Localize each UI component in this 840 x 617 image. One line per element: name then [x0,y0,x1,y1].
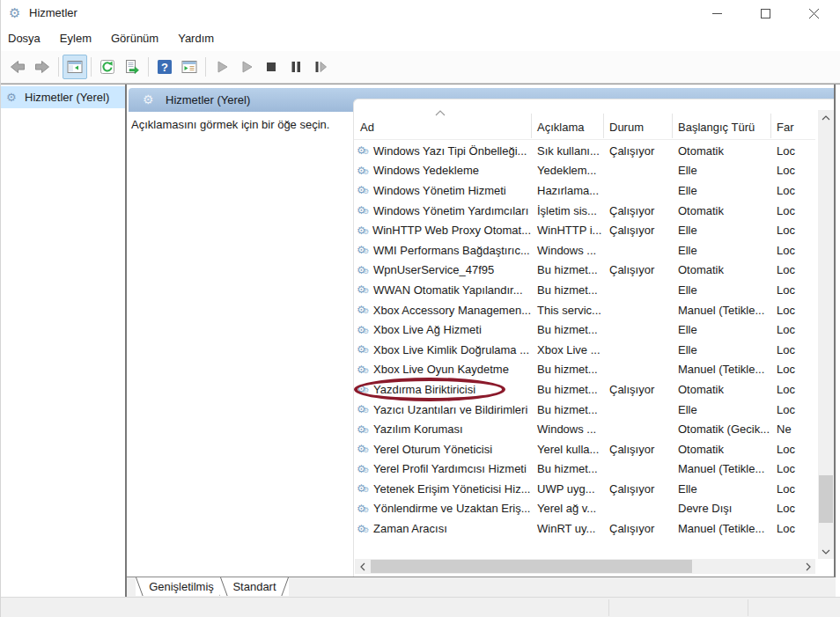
refresh-button[interactable] [95,55,120,79]
service-name-cell: ⚙⚙Yazılım Koruması [354,422,531,436]
help-icon: ? [156,58,173,76]
service-description: UWP uyg... [531,482,603,496]
service-name-cell: ⚙⚙WWAN Otomatik Yapılandır... [354,283,531,297]
column-header-startup[interactable]: Başlangıç Türü [678,121,755,134]
service-name: Xbox Live Ağ Hizmeti [373,323,482,336]
service-status: Çalışıyor [603,443,672,456]
column-header-status[interactable]: Durum [609,121,644,134]
start-service-button[interactable] [210,55,234,79]
table-row[interactable]: ⚙⚙Windows YedeklemeYedeklem...ElleLoc [354,161,815,181]
pause-service-icon [287,58,305,76]
service-logon-as: Loc [770,383,815,396]
service-description: Bu hizmet... [531,403,603,416]
service-startup-type: Elle [672,164,770,177]
service-name: Yerel Oturum Yöneticisi [373,443,492,456]
workspace: ⚙ Hizmetler (Yerel) ⚙ Hizmetler (Yerel) … [1,84,840,597]
table-row[interactable]: ⚙⚙Yazdırma BiriktiricisiBu hizmet...Çalı… [354,379,815,400]
service-logon-as: Loc [770,144,815,158]
service-description: Windows ... [531,422,603,436]
column-divider[interactable] [603,114,604,138]
service-gear-icon: ⚙⚙ [357,443,370,455]
menu-view[interactable]: Görünüm [101,27,168,50]
column-header-description[interactable]: Açıklama [537,121,584,134]
menu-help[interactable]: Yardım [168,27,224,50]
table-row[interactable]: ⚙⚙Xbox Live Kimlik Doğrulama ...Xbox Liv… [354,340,815,360]
column-header-name[interactable]: Ad [360,121,374,134]
tab-standard[interactable]: Standart [220,577,289,596]
horizontal-scroll-thumb[interactable] [371,560,692,573]
sort-ascending-icon [435,110,446,116]
table-row[interactable]: ⚙⚙Windows Yönetim HizmetiHazırlama...Ell… [354,180,815,201]
table-row[interactable]: ⚙⚙Yetenek Erişim Yöneticisi Hiz...UWP uy… [354,479,815,499]
sidebar-item-services-local[interactable]: ⚙ Hizmetler (Yerel) [1,86,125,108]
vertical-scrollbar[interactable] [818,110,834,559]
column-divider[interactable] [770,114,771,138]
pause-service-button[interactable] [284,55,308,79]
column-divider[interactable] [531,114,532,138]
toolbar: ? [1,51,840,84]
service-description: WinRT uy... [531,522,603,535]
table-row[interactable]: ⚙⚙Yerel Profil Yardımcısı HizmetiBu hizm… [354,459,815,480]
service-logon-as: Loc [770,224,815,237]
scroll-down-button[interactable] [818,544,834,559]
back-button[interactable] [5,55,30,79]
table-row[interactable]: ⚙⚙Windows Yönetim Yardımcılarıİşletim si… [354,201,815,221]
forward-button[interactable] [30,55,55,79]
table-row[interactable]: ⚙⚙Yazılım KorumasıWindows ...Otomatik (G… [354,419,815,439]
service-startup-type: Elle [672,283,770,297]
table-row[interactable]: ⚙⚙Zaman AracısıWinRT uy...ÇalışıyorManue… [354,518,815,539]
help-button[interactable]: ? [152,55,177,79]
table-row[interactable]: ⚙⚙Yerel Oturum YöneticisiYerel kulla...Ç… [354,439,815,459]
table-row[interactable]: ⚙⚙Xbox Live Oyun KaydetmeBu hizmet...Man… [354,360,815,380]
service-gear-icon: ⚙⚙ [357,523,370,535]
maximize-button[interactable] [745,0,785,26]
column-header-logon[interactable]: Far [777,121,794,134]
service-name: WinHTTP Web Proxy Otomat... [372,224,531,237]
service-logon-as: Ne [770,422,815,436]
scroll-up-button[interactable] [818,110,834,125]
resume-service-icon [238,58,255,76]
column-divider[interactable] [672,114,673,138]
table-row[interactable]: ⚙⚙Yazıcı Uzantıları ve BildirimleriBu hi… [354,400,815,420]
pane-title: Hizmetler (Yerel) [166,93,250,107]
service-name: Yazdırma Biriktiricisi [373,383,475,396]
minimize-button[interactable] [696,0,737,26]
restart-service-button[interactable] [308,55,333,79]
service-logon-as: Loc [770,204,815,217]
app-gear-icon: ⚙ [9,5,20,21]
table-row[interactable]: ⚙⚙WMI Performans Bağdaştırıc...Windows .… [354,240,815,261]
scroll-right-button[interactable] [800,559,815,574]
tab-extended[interactable]: Genişletilmiş [136,577,227,596]
vertical-scroll-thumb[interactable] [819,475,833,523]
forward-arrow-icon [33,58,51,76]
table-row[interactable]: ⚙⚙WinHTTP Web Proxy Otomat...WinHTTP i..… [354,220,815,240]
scroll-left-button[interactable] [355,559,370,574]
stop-service-button[interactable] [259,55,284,79]
service-status: Çalışıyor [603,522,672,535]
service-startup-type: Devre Dışı [672,502,770,515]
service-name-cell: ⚙⚙Yerel Profil Yardımcısı Hizmeti [354,462,531,475]
table-row[interactable]: ⚙⚙WWAN Otomatik Yapılandır...Bu hizmet..… [354,280,815,300]
menu-file[interactable]: Dosya [1,27,50,50]
service-logon-as: Loc [770,164,815,177]
table-row[interactable]: ⚙⚙Xbox Live Ağ HizmetiBu hizmet...ElleLo… [354,320,815,340]
action-pane-button[interactable] [177,55,202,79]
service-gear-icon: ⚙⚙ [357,304,370,316]
table-row[interactable]: ⚙⚙Xbox Accessory Managemen...This servic… [354,300,815,320]
tab-standard-label: Standart [232,580,276,593]
table-row[interactable]: ⚙⚙WpnUserService_47f95Bu hizmet...Çalışı… [354,261,815,281]
service-gear-icon: ⚙⚙ [357,264,370,276]
resume-service-button[interactable] [234,55,259,79]
chevron-left-icon [360,562,365,571]
service-name: Yazılım Koruması [373,422,463,436]
console-tree-button[interactable] [63,55,87,79]
export-list-button[interactable] [120,55,144,79]
table-row[interactable]: ⚙⚙Windows Yazı Tipi Önbelleği...Sık kull… [354,141,815,161]
service-name: Yönlendirme ve Uzaktan Eriş... [373,502,530,515]
close-button[interactable] [793,0,834,26]
service-startup-type: Elle [672,244,770,257]
horizontal-scrollbar[interactable] [355,559,815,574]
menu-action[interactable]: Eylem [50,27,101,50]
statusbar-divider [608,599,609,616]
table-row[interactable]: ⚙⚙Yönlendirme ve Uzaktan Eriş...Yerel ağ… [354,499,815,519]
